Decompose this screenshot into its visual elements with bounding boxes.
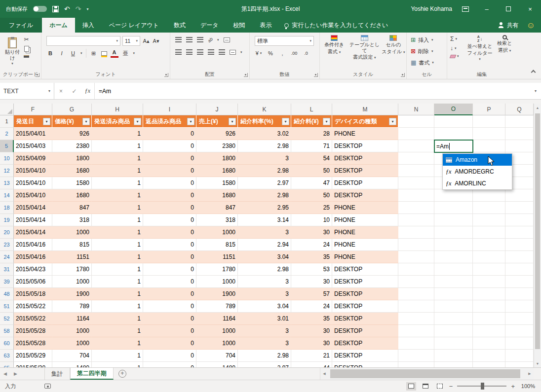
- cell-M51[interactable]: DESKTOP: [332, 300, 398, 313]
- cell-F39[interactable]: 2015/05/06: [14, 276, 52, 288]
- customize-qat-icon[interactable]: ▾: [86, 7, 88, 11]
- cell-I65[interactable]: 0: [143, 362, 196, 367]
- cell-M19[interactable]: PHONE: [332, 214, 398, 226]
- column-header-K[interactable]: K: [238, 104, 291, 115]
- clipboard-dialog-launcher[interactable]: [36, 73, 39, 77]
- cell-J23[interactable]: 815: [196, 239, 238, 251]
- cell-F1[interactable]: 発送日▾: [14, 115, 52, 128]
- cell-P18[interactable]: [473, 202, 505, 214]
- cell-H60[interactable]: 1: [92, 337, 143, 350]
- cell-H5[interactable]: 1: [92, 140, 143, 152]
- cell-O2[interactable]: [434, 128, 473, 140]
- macro-record-icon[interactable]: [44, 384, 51, 389]
- phonetic-guide-icon[interactable]: 亜: [122, 49, 130, 58]
- cell-F52[interactable]: 2015/05/22: [14, 313, 52, 325]
- increase-indent-icon[interactable]: [219, 49, 225, 55]
- cell-N2[interactable]: [398, 128, 434, 140]
- orientation-icon[interactable]: ab: [207, 36, 214, 43]
- cell-O51[interactable]: [434, 300, 473, 313]
- filter-button-J[interactable]: ▾: [229, 118, 236, 125]
- cell-H18[interactable]: 1: [92, 202, 143, 214]
- cell-Q2[interactable]: [505, 128, 534, 140]
- cell-P52[interactable]: [473, 313, 505, 325]
- cell-L13[interactable]: 47: [291, 177, 332, 189]
- zoom-percentage[interactable]: 100%: [519, 383, 535, 389]
- cell-G5[interactable]: 2380: [52, 140, 92, 152]
- cell-J13[interactable]: 1580: [196, 177, 238, 189]
- scroll-right-icon[interactable]: ▶: [526, 372, 534, 376]
- cell-J18[interactable]: 847: [196, 202, 238, 214]
- cell-G65[interactable]: 1480: [52, 362, 92, 367]
- cell-Q18[interactable]: [505, 202, 534, 214]
- horizontal-scrollbar[interactable]: ◀ ▶: [320, 368, 534, 380]
- cell-Q23[interactable]: [505, 239, 534, 251]
- filter-button-G[interactable]: ▾: [82, 118, 90, 125]
- column-header-G[interactable]: G: [52, 104, 92, 115]
- row-header-5[interactable]: 5: [0, 140, 14, 152]
- cell-F23[interactable]: 2015/04/16: [14, 239, 52, 251]
- cell-J19[interactable]: 318: [196, 214, 238, 226]
- cell-P14[interactable]: [473, 189, 505, 202]
- row-header-19[interactable]: 19: [0, 214, 14, 226]
- column-header-O[interactable]: O: [434, 104, 473, 115]
- cell-G24[interactable]: 1151: [52, 251, 92, 263]
- minimize-button[interactable]: –: [476, 0, 498, 18]
- insert-cells-button[interactable]: ⊞ 挿入 ▾: [410, 35, 435, 45]
- cell-H52[interactable]: 1: [92, 313, 143, 325]
- cell-I18[interactable]: 0: [143, 202, 196, 214]
- autosum-button[interactable]: Σ▾: [450, 36, 459, 42]
- currency-format-icon[interactable]: ¥ ▾: [255, 49, 263, 58]
- cell-K48[interactable]: 3: [238, 288, 291, 300]
- cell-K18[interactable]: 2.95: [238, 202, 291, 214]
- cell-L39[interactable]: 30: [291, 276, 332, 288]
- cell-Q19[interactable]: [505, 214, 534, 226]
- cell-I5[interactable]: 0: [143, 140, 196, 152]
- cell-N39[interactable]: [398, 276, 434, 288]
- cell-K14[interactable]: 2.98: [238, 189, 291, 202]
- cell-Q14[interactable]: [505, 189, 534, 202]
- ribbon-tab-数式[interactable]: 数式: [166, 18, 193, 33]
- share-button[interactable]: 共有: [498, 21, 519, 30]
- new-sheet-button[interactable]: +: [118, 370, 126, 378]
- column-header-M[interactable]: M: [332, 104, 398, 115]
- cell-J48[interactable]: 1900: [196, 288, 238, 300]
- scroll-down-icon[interactable]: ▼: [534, 359, 541, 367]
- cell-M31[interactable]: DESKTOP: [332, 263, 398, 276]
- zoom-slider-thumb[interactable]: [481, 383, 484, 390]
- cell-Q31[interactable]: [505, 263, 534, 276]
- find-select-button[interactable]: 検索と 選択 ▾: [494, 33, 515, 62]
- name-box[interactable]: TEXT ▾: [0, 83, 54, 99]
- bold-button[interactable]: B: [46, 49, 54, 58]
- column-header-N[interactable]: N: [398, 104, 434, 115]
- cell-K24[interactable]: 3.04: [238, 251, 291, 263]
- cell-Q20[interactable]: [505, 226, 534, 239]
- cell-Q58[interactable]: [505, 325, 534, 337]
- cell-Q48[interactable]: [505, 288, 534, 300]
- close-button[interactable]: ×: [519, 0, 541, 18]
- cell-F48[interactable]: 2015/05/18: [14, 288, 52, 300]
- cell-N63[interactable]: [398, 350, 434, 362]
- cell-F12[interactable]: 2015/04/10: [14, 165, 52, 177]
- row-header-1[interactable]: 1: [0, 115, 14, 128]
- cell-P63[interactable]: [473, 350, 505, 362]
- cell-M23[interactable]: PHONE: [332, 239, 398, 251]
- cell-J20[interactable]: 1000: [196, 226, 238, 239]
- cell-F19[interactable]: 2015/04/14: [14, 214, 52, 226]
- cell-I14[interactable]: 0: [143, 189, 196, 202]
- sheet-tab-第二四半期[interactable]: 第二四半期: [70, 368, 114, 380]
- cell-I24[interactable]: 0: [143, 251, 196, 263]
- cell-L2[interactable]: 28: [291, 128, 332, 140]
- cell-F58[interactable]: 2015/05/28: [14, 325, 52, 337]
- cell-F2[interactable]: 2015/04/01: [14, 128, 52, 140]
- cell-Q63[interactable]: [505, 350, 534, 362]
- cell-M1[interactable]: デバイスの種類▾: [332, 115, 398, 128]
- row-header-63[interactable]: 63: [0, 350, 14, 362]
- alignment-dialog-launcher[interactable]: [244, 73, 248, 77]
- autocomplete-item-AMORDEGRC[interactable]: ƒxAMORDEGRC: [443, 166, 512, 178]
- align-middle-icon[interactable]: [186, 37, 193, 42]
- cell-F14[interactable]: 2015/04/10: [14, 189, 52, 202]
- cell-N31[interactable]: [398, 263, 434, 276]
- cell-F18[interactable]: 2015/04/14: [14, 202, 52, 214]
- percent-style-icon[interactable]: %: [267, 49, 274, 58]
- cell-O65[interactable]: [434, 362, 473, 367]
